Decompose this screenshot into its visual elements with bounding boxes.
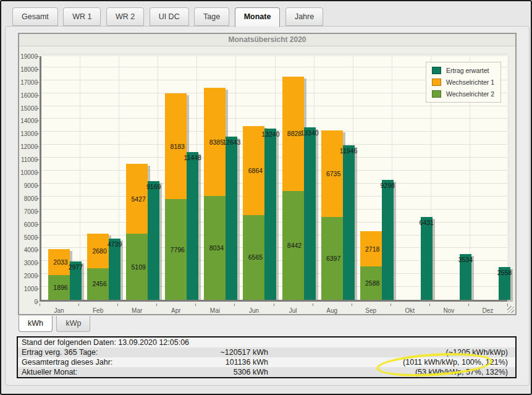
expected-yield-bar[interactable]	[343, 145, 355, 300]
expected-yield-bar[interactable]	[187, 152, 198, 300]
bar-value-label: 2558	[497, 269, 512, 276]
tab-ui-dc[interactable]: UI DC	[150, 7, 189, 26]
bar-value-label: 2456	[92, 280, 106, 287]
y-tick-label: 10000	[19, 169, 38, 176]
bar-value-label: 8183	[171, 143, 185, 150]
tab-jahre[interactable]: Jahre	[285, 7, 323, 26]
kwh-button[interactable]: kWh	[19, 316, 53, 332]
x-tick-label: Nov	[429, 307, 468, 314]
bar-value-label: 6431	[420, 219, 434, 226]
y-tick-label: 9000	[19, 182, 38, 189]
expected-yield-bar[interactable]	[382, 180, 394, 300]
gridline-h	[41, 54, 507, 54]
gridline-v	[509, 56, 509, 300]
expected-yield-bar[interactable]	[304, 127, 316, 300]
y-tick	[36, 250, 39, 250]
expected-yield-bar[interactable]	[148, 181, 159, 300]
x-tick-label: Okt	[391, 307, 429, 314]
stacked-production-bar[interactable]	[321, 130, 343, 300]
x-tick-label: Jan	[40, 307, 78, 314]
x-tick	[117, 304, 118, 306]
bar-value-label: 6735	[326, 170, 340, 177]
stacked-production-bar[interactable]	[204, 88, 226, 300]
resize-handle-icon[interactable]	[507, 306, 514, 313]
y-tick	[36, 82, 39, 83]
stacked-production-bar[interactable]	[243, 126, 264, 300]
y-tick	[36, 263, 39, 263]
aktueller-monat-extra: (53 kWh/kWp, 57%, 132%)	[268, 368, 515, 376]
y-tick-label: 8000	[19, 195, 38, 202]
tab-monate[interactable]: Monate	[235, 7, 281, 27]
y-tick	[36, 302, 39, 302]
y-tick-label: 1000	[19, 286, 38, 292]
stacked-production-bar[interactable]	[165, 93, 187, 300]
bar-value-label: 8385	[209, 138, 224, 146]
legend-label: Ertrag erwartet	[446, 67, 489, 74]
y-tick	[36, 121, 39, 121]
bar-value-label: 9169	[146, 183, 161, 190]
stacked-production-bar[interactable]	[360, 231, 382, 300]
expected-yield-bar[interactable]	[226, 137, 237, 300]
stacked-production-bar[interactable]	[126, 164, 148, 300]
y-tick-label: 6000	[19, 221, 38, 228]
x-tick	[234, 304, 235, 306]
y-tick	[36, 224, 39, 225]
legend-label: Wechselrichter 2	[446, 90, 494, 98]
legend-item-inverter2: Wechselrichter 2	[432, 90, 494, 98]
y-tick-label: 13000	[19, 130, 38, 137]
inverter1-color-swatch	[432, 79, 441, 86]
tab-wr1[interactable]: WR 1	[63, 7, 101, 26]
y-tick	[36, 159, 39, 160]
stacked-production-bar[interactable]	[87, 234, 109, 300]
tab-tage[interactable]: Tage	[194, 7, 229, 26]
tab-wr2[interactable]: WR 2	[106, 7, 144, 26]
y-tick	[36, 198, 39, 199]
bar-value-label: 2718	[365, 245, 379, 253]
bar-value-label: 2977	[69, 263, 83, 271]
y-tick-label: 17000	[19, 79, 38, 86]
bar-value-label: 5109	[131, 263, 145, 271]
y-tick	[36, 276, 39, 276]
x-tick	[352, 304, 352, 306]
bar-value-label: 11448	[184, 154, 201, 161]
y-tick-label: 3000	[19, 260, 38, 266]
y-tick	[36, 289, 39, 289]
x-tick	[156, 304, 157, 306]
kwp-button[interactable]: kWp	[56, 316, 90, 332]
tab-bar: Gesamt WR 1 WR 2 UI DC Tage Monate Jahre	[12, 7, 326, 26]
bar-value-label: 2680	[92, 247, 106, 255]
expected-yield-bar[interactable]	[421, 217, 433, 300]
bar-value-label: 1896	[53, 284, 67, 291]
gesamtertrag-value: 101136 kWh	[175, 358, 268, 367]
gesamtertrag-extra: (1011 kWh/kWp, 100%, 121%)	[268, 358, 515, 367]
bar-value-label: 13240	[261, 130, 279, 138]
y-tick	[36, 185, 39, 186]
x-tick	[313, 304, 313, 306]
x-tick	[391, 304, 391, 306]
legend-item-inverter1: Wechselrichter 1	[432, 79, 494, 86]
y-tick	[36, 56, 39, 57]
stacked-production-bar[interactable]	[48, 249, 70, 300]
x-tick	[195, 304, 196, 306]
aktueller-monat-label: Aktueller Monat:	[18, 368, 175, 376]
bar-value-label: 11946	[340, 147, 357, 155]
stacked-production-bar[interactable]	[282, 77, 304, 300]
x-tick-label: Mai	[195, 307, 234, 314]
x-tick-label: Mar	[117, 307, 156, 314]
expected-yield-bar[interactable]	[264, 129, 276, 300]
y-tick	[36, 237, 39, 238]
x-tick	[40, 304, 40, 306]
x-tick	[274, 304, 274, 306]
bar-value-label: 7796	[171, 246, 185, 253]
tab-gesamt[interactable]: Gesamt	[12, 7, 58, 26]
y-tick	[36, 69, 39, 70]
x-tick	[507, 304, 508, 306]
y-tick-label: 4000	[19, 247, 38, 253]
bar-value-label: 6397	[326, 255, 340, 262]
y-tick-label: 19000	[19, 53, 38, 60]
inverter2-color-swatch	[432, 90, 441, 98]
bar-value-label: 2033	[53, 258, 67, 266]
bar-value-label: 2588	[365, 279, 379, 287]
y-tick-label: 12000	[19, 143, 38, 150]
bar-value-label: 6864	[248, 167, 263, 174]
